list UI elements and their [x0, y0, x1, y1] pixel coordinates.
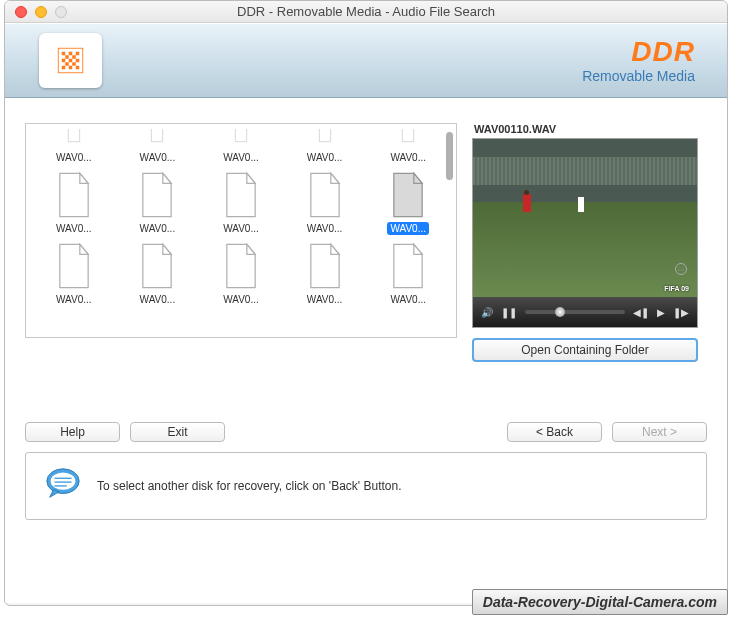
preview-filename: WAV00110.WAV [472, 123, 698, 135]
logo-icon [53, 43, 88, 78]
open-containing-folder-button[interactable]: Open Containing Folder [472, 338, 698, 362]
back-button[interactable]: < Back [507, 422, 602, 442]
video-controls: 🔊 ❚❚ ◀❚ ▶ ❚▶ [473, 297, 697, 327]
file-label: WAV0... [304, 293, 346, 306]
video-preview: EA FIFA 09 [473, 139, 697, 297]
file-item[interactable]: WAV0... [36, 129, 112, 164]
svg-rect-9 [65, 62, 69, 66]
file-grid-container: WAV0...WAV0...WAV0...WAV0...WAV0...WAV0.… [25, 123, 457, 338]
svg-rect-7 [69, 58, 73, 62]
svg-rect-8 [76, 58, 80, 62]
content-area: WAV0...WAV0...WAV0...WAV0...WAV0...WAV0.… [5, 98, 727, 603]
prev-icon[interactable]: ◀❚ [633, 307, 649, 318]
file-icon [49, 170, 99, 220]
file-item[interactable]: WAV0... [287, 129, 363, 164]
file-label: WAV0... [137, 222, 179, 235]
file-label: WAV0... [304, 222, 346, 235]
file-item[interactable]: WAV0... [203, 241, 279, 306]
file-icon [383, 241, 433, 291]
brand-name: DDR [582, 36, 695, 68]
preview-box: EA FIFA 09 🔊 ❚❚ ◀❚ ▶ ❚▶ [472, 138, 698, 328]
file-icon [300, 129, 350, 149]
file-item[interactable]: WAV0... [120, 170, 196, 235]
seek-track[interactable] [525, 310, 625, 314]
file-item[interactable]: WAV0... [36, 170, 112, 235]
help-button[interactable]: Help [25, 422, 120, 442]
titlebar: DDR - Removable Media - Audio File Searc… [5, 1, 727, 23]
svg-rect-11 [62, 65, 66, 69]
window-title: DDR - Removable Media - Audio File Searc… [5, 4, 727, 19]
file-icon [216, 129, 266, 149]
file-label: WAV0... [53, 151, 95, 164]
file-item[interactable]: WAV0... [370, 241, 446, 306]
info-chat-icon [44, 465, 82, 507]
scroll-thumb[interactable] [446, 132, 453, 180]
play-icon[interactable]: ▶ [657, 307, 665, 318]
file-icon [216, 170, 266, 220]
file-label: WAV0... [304, 151, 346, 164]
file-label: WAV0... [387, 151, 429, 164]
svg-rect-4 [65, 55, 69, 59]
file-label: WAV0... [220, 222, 262, 235]
app-logo [39, 33, 102, 88]
info-text: To select another disk for recovery, cli… [97, 479, 402, 493]
brand-block: DDR Removable Media [582, 36, 707, 84]
button-row: Help Exit < Back Next > [25, 422, 707, 442]
brand-subtitle: Removable Media [582, 68, 695, 84]
file-item[interactable]: WAV0... [370, 170, 446, 235]
file-label: WAV0... [53, 293, 95, 306]
file-icon [132, 129, 182, 149]
file-icon [132, 170, 182, 220]
svg-rect-10 [72, 62, 76, 66]
watermark: Data-Recovery-Digital-Camera.com [472, 589, 728, 615]
file-icon [300, 170, 350, 220]
svg-rect-1 [62, 51, 66, 55]
volume-icon[interactable]: 🔊 [481, 307, 493, 318]
file-label: WAV0... [387, 293, 429, 306]
file-icon [49, 241, 99, 291]
file-label: WAV0... [137, 151, 179, 164]
svg-rect-2 [69, 51, 73, 55]
file-label: WAV0... [387, 222, 429, 235]
file-item[interactable]: WAV0... [370, 129, 446, 164]
file-item[interactable]: WAV0... [36, 241, 112, 306]
svg-rect-12 [69, 65, 73, 69]
file-item[interactable]: WAV0... [120, 241, 196, 306]
file-item[interactable]: WAV0... [287, 170, 363, 235]
file-icon [383, 129, 433, 149]
file-icon [383, 170, 433, 220]
file-label: WAV0... [137, 293, 179, 306]
exit-button[interactable]: Exit [130, 422, 225, 442]
scrollbar[interactable] [446, 132, 453, 329]
file-item[interactable]: WAV0... [203, 129, 279, 164]
next-icon[interactable]: ❚▶ [673, 307, 689, 318]
svg-rect-5 [72, 55, 76, 59]
next-button: Next > [612, 422, 707, 442]
file-grid: WAV0...WAV0...WAV0...WAV0...WAV0...WAV0.… [26, 124, 456, 314]
fifa-logo-text: FIFA 09 [664, 285, 689, 292]
file-label: WAV0... [220, 293, 262, 306]
info-box: To select another disk for recovery, cli… [25, 452, 707, 520]
app-window: DDR - Removable Media - Audio File Searc… [4, 0, 728, 606]
file-icon [300, 241, 350, 291]
file-item[interactable]: WAV0... [203, 170, 279, 235]
preview-column: WAV00110.WAV EA FIFA 09 🔊 ❚❚ [472, 123, 698, 362]
file-item[interactable]: WAV0... [120, 129, 196, 164]
svg-point-15 [51, 473, 76, 490]
file-item[interactable]: WAV0... [287, 241, 363, 306]
header-banner: DDR Removable Media [5, 23, 727, 98]
file-icon [49, 129, 99, 149]
file-label: WAV0... [220, 151, 262, 164]
svg-rect-3 [76, 51, 80, 55]
svg-rect-13 [76, 65, 80, 69]
svg-rect-6 [62, 58, 66, 62]
file-icon [132, 241, 182, 291]
seek-thumb[interactable] [555, 307, 565, 317]
pause-icon[interactable]: ❚❚ [501, 307, 517, 318]
file-label: WAV0... [53, 222, 95, 235]
file-icon [216, 241, 266, 291]
